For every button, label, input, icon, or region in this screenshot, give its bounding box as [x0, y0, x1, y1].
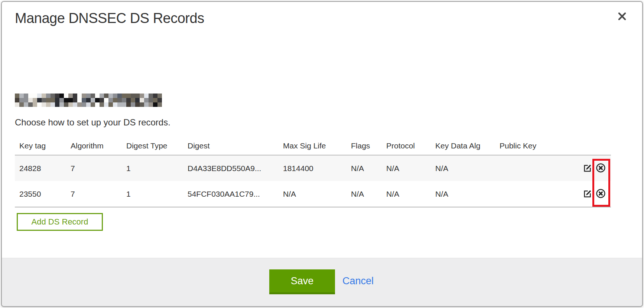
mosaic-pixel	[113, 94, 117, 98]
cell-flags: N/A	[347, 181, 382, 207]
mosaic-pixel	[140, 94, 144, 98]
cell-key-tag: 24828	[15, 155, 66, 181]
edit-record-button[interactable]	[583, 189, 592, 199]
mosaic-pixel	[153, 94, 157, 98]
cell-digest-type: 1	[122, 181, 183, 207]
delete-circle-x-icon	[596, 194, 606, 200]
mosaic-pixel	[46, 98, 51, 102]
mosaic-pixel	[42, 94, 46, 98]
mosaic-pixel	[24, 98, 28, 102]
mosaic-pixel	[122, 94, 126, 98]
mosaic-pixel	[149, 94, 153, 98]
mosaic-pixel	[24, 102, 28, 107]
cell-public-key	[495, 181, 573, 207]
cell-digest-type: 1	[122, 155, 183, 181]
mosaic-pixel	[140, 98, 144, 102]
mosaic-pixel	[131, 102, 135, 107]
mosaic-pixel	[100, 98, 104, 102]
mosaic-pixel	[86, 98, 91, 102]
mosaic-pixel	[117, 102, 122, 107]
mosaic-pixel	[33, 94, 37, 98]
cancel-link[interactable]: Cancel	[342, 275, 374, 287]
col-header-flags: Flags	[347, 137, 382, 155]
mosaic-pixel	[59, 102, 64, 107]
mosaic-pixel	[15, 98, 19, 102]
delete-circle-x-icon	[596, 168, 606, 174]
mosaic-pixel	[33, 102, 37, 107]
mosaic-pixel	[117, 98, 122, 102]
redacted-domain-name	[15, 94, 162, 107]
mosaic-pixel	[157, 98, 162, 102]
cell-protocol: N/A	[382, 155, 431, 181]
mosaic-pixel	[68, 102, 73, 107]
table-header-row: Key tag Algorithm Digest Type Digest Max…	[15, 137, 611, 155]
mosaic-pixel	[68, 94, 73, 98]
mosaic-pixel	[91, 102, 95, 107]
mosaic-pixel	[108, 94, 113, 98]
col-header-protocol: Protocol	[382, 137, 431, 155]
cell-flags: N/A	[347, 155, 382, 181]
mosaic-pixel	[19, 102, 24, 107]
mosaic-pixel	[55, 102, 59, 107]
col-header-public-key: Public Key	[495, 137, 573, 155]
mosaic-pixel	[28, 94, 33, 98]
mosaic-pixel	[86, 94, 91, 98]
close-button[interactable]	[615, 10, 629, 24]
add-ds-record-button[interactable]: Add DS Record	[17, 213, 103, 231]
mosaic-pixel	[108, 98, 113, 102]
mosaic-pixel	[42, 102, 46, 107]
mosaic-pixel	[91, 94, 95, 98]
mosaic-pixel	[157, 94, 162, 98]
cell-max-sig-life: N/A	[279, 181, 347, 207]
dialog-title: Manage DNSSEC DS Records	[15, 10, 204, 26]
mosaic-pixel	[100, 94, 104, 98]
cell-actions	[573, 155, 611, 181]
col-header-digest: Digest	[183, 137, 279, 155]
mosaic-pixel	[131, 98, 135, 102]
mosaic-pixel	[64, 98, 68, 102]
mosaic-pixel	[55, 98, 59, 102]
save-button[interactable]: Save	[269, 269, 335, 294]
mosaic-pixel	[131, 94, 135, 98]
table-row: 23550 7 1 54FCF030AA1C79... N/A N/A N/A …	[15, 181, 611, 207]
mosaic-pixel	[82, 102, 86, 107]
mosaic-pixel	[91, 98, 95, 102]
mosaic-pixel	[19, 98, 24, 102]
mosaic-pixel	[144, 98, 149, 102]
mosaic-pixel	[144, 102, 149, 107]
dialog-footer: Save Cancel	[2, 258, 642, 306]
cell-algorithm: 7	[66, 155, 122, 181]
mosaic-pixel	[33, 98, 37, 102]
mosaic-pixel	[64, 94, 68, 98]
mosaic-pixel	[15, 102, 19, 107]
mosaic-pixel	[126, 98, 131, 102]
mosaic-pixel	[95, 98, 100, 102]
delete-record-button[interactable]	[596, 163, 606, 174]
mosaic-pixel	[51, 94, 55, 98]
col-header-algorithm: Algorithm	[66, 137, 122, 155]
col-header-key-data-alg: Key Data Alg	[431, 137, 495, 155]
mosaic-pixel	[108, 102, 113, 107]
mosaic-pixel	[24, 94, 28, 98]
col-header-max-sig-life: Max Sig Life	[279, 137, 347, 155]
mosaic-pixel	[77, 98, 82, 102]
edit-record-button[interactable]	[583, 163, 592, 174]
mosaic-pixel	[59, 98, 64, 102]
col-header-key-tag: Key tag	[15, 137, 66, 155]
delete-record-button[interactable]	[596, 189, 606, 200]
mosaic-pixel	[55, 94, 59, 98]
mosaic-pixel	[122, 102, 126, 107]
mosaic-pixel	[73, 94, 77, 98]
mosaic-pixel	[82, 98, 86, 102]
mosaic-pixel	[135, 98, 140, 102]
cell-actions	[573, 181, 611, 207]
mosaic-pixel	[122, 98, 126, 102]
cell-digest: D4A33E8DD550A9...	[183, 155, 279, 181]
cell-digest: 54FCF030AA1C79...	[183, 181, 279, 207]
mosaic-pixel	[28, 98, 33, 102]
mosaic-pixel	[86, 102, 91, 107]
edit-icon	[583, 168, 592, 174]
cell-public-key	[495, 155, 573, 181]
mosaic-pixel	[135, 94, 140, 98]
col-header-actions	[573, 137, 611, 155]
